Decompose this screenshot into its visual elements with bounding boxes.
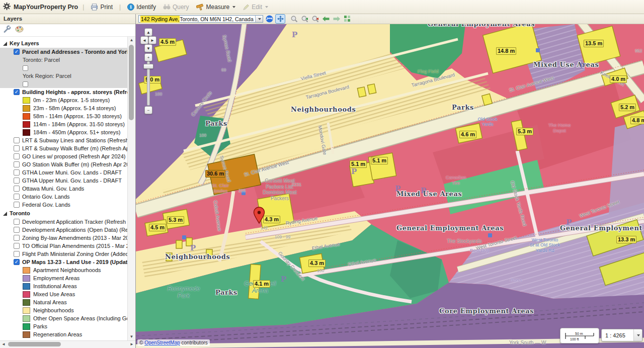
layer-checkbox[interactable] (14, 186, 20, 192)
chevron-down-icon (637, 334, 640, 336)
layer-item-to-official-plan-amendments-2015[interactable]: TO Official Plan Amendments (2015 - Mar … (0, 242, 128, 250)
legend-swatch (23, 299, 30, 306)
layer-checkbox[interactable] (14, 169, 20, 176)
legend-label: Parks (33, 322, 47, 330)
scale-ratio-dropdown[interactable]: 1 : 4265 (601, 329, 642, 341)
layer-checkbox[interactable] (14, 178, 20, 184)
layer-item-gtha-lower-muni-gov-lands-draft[interactable]: GTHA Lower Muni. Gov. Lands - DRAFT (0, 168, 128, 177)
sublayer-checkbox[interactable] (23, 65, 28, 71)
magnifier-icon (291, 16, 298, 23)
layer-checkbox[interactable]: ✓ (14, 259, 20, 265)
layer-item-lrt-subway-lines-and-stations-re[interactable]: LRT & Subway Lines and Stations (Refresh… (0, 136, 128, 144)
layer-item-ontario-gov-lands[interactable]: Ontario Gov. Lands (0, 193, 128, 201)
layer-checkbox[interactable] (14, 202, 20, 208)
sublayer-checkbox[interactable] (23, 81, 28, 87)
layer-checkbox[interactable] (14, 251, 20, 257)
layer-item-federal-gov-lands[interactable]: Federal Gov. Lands (0, 201, 128, 209)
zoom-in-button[interactable]: + (144, 53, 152, 61)
group-label: Key Layers (10, 39, 39, 47)
vertical-scrollbar[interactable]: ▲ ▼ (127, 37, 135, 340)
layer-item-ottawa-muni-gov-lands[interactable]: Ottawa Muni. Gov. Lands (0, 185, 128, 193)
edit-button[interactable]: Edit (240, 3, 270, 12)
symbology-palette-icon[interactable] (15, 26, 24, 35)
scale-dropdown-arrow[interactable] (633, 329, 642, 341)
pan-left-button[interactable]: ◄ (140, 36, 148, 44)
layer-item-go-station-walk-buffer-m-refresh[interactable]: GO Station Walk Buffer (m) (Refresh Apr … (0, 160, 128, 168)
pan-tool-button[interactable] (275, 14, 285, 24)
pencil-icon (243, 4, 250, 11)
layer-checkbox[interactable]: ✓ (14, 89, 20, 95)
address-input[interactable]: 142 Ryding Ave, Toronto, ON M6N 1H2, Can… (138, 15, 263, 23)
layer-item-parcel-and-addresses-toronto-and[interactable]: ✓Parcel and Addresses - Toronto and York… (0, 48, 128, 56)
layer-tree: Key Layers✓Parcel and Addresses - Toront… (0, 37, 128, 340)
expand-triangle-icon[interactable] (3, 212, 7, 216)
layer-checkbox[interactable] (14, 235, 20, 241)
printer-icon (91, 4, 98, 11)
zoom-out-selection-button[interactable] (311, 15, 320, 23)
layer-item-development-applications-open-da[interactable]: Development Applications (Open Data) (Re… (0, 226, 128, 234)
zoom-out-button[interactable]: − (144, 106, 152, 114)
pan-up-button[interactable]: ▲ (144, 28, 152, 36)
full-extent-button[interactable] (343, 15, 352, 23)
layer-item-development-application-tracker-[interactable]: Development Application Tracker (Refresh… (0, 218, 128, 226)
expand-triangle-icon[interactable] (3, 42, 7, 46)
location-marker-pin[interactable] (253, 206, 265, 224)
layer-checkbox[interactable] (14, 227, 20, 233)
scroll-right-arrow[interactable]: ► (128, 341, 135, 348)
address-dropdown-button[interactable] (255, 16, 263, 22)
layer-checkbox[interactable] (14, 161, 20, 167)
legend-swatch (23, 331, 30, 338)
measure-dropdown-caret (232, 6, 235, 8)
zoom-slider-thumb[interactable] (143, 64, 153, 69)
zoom-in-selection-button[interactable] (300, 15, 309, 23)
horizontal-scroll-thumb[interactable] (8, 342, 61, 346)
layer-item-lrt-subway-walk-buffer-m-refresh[interactable]: LRT & Subway Walk Buffer (m) (Refresh Ap… (0, 144, 128, 152)
layer-item-go-lines-w-proposed-refresh-apr-[interactable]: GO Lines w/ proposed (Refresh Apr 2024) (0, 152, 128, 160)
scroll-up-arrow[interactable]: ▲ (128, 37, 135, 44)
legend-label: 23m - 58m (Approx. 5-14 storeys) (33, 104, 116, 112)
map-canvas[interactable]: NeighbourhoodsNeighbourhoodsParksParksPa… (136, 24, 644, 348)
layer-group-toronto[interactable]: Toronto (0, 209, 128, 218)
layer-tree-container: Key Layers✓Parcel and Addresses - Toront… (0, 37, 135, 340)
horizontal-scrollbar[interactable]: ◄ ► (0, 340, 135, 348)
pan-down-button[interactable]: ▼ (144, 44, 152, 52)
print-button[interactable]: Print (89, 3, 115, 12)
scale-bar: 50 m 100 ft (560, 328, 599, 343)
zoom-tool-button[interactable] (290, 15, 299, 23)
google-earth-button[interactable] (265, 15, 274, 23)
scroll-left-arrow[interactable]: ◄ (0, 341, 7, 348)
layer-item-flight-path-ministerial-zoning-o[interactable]: Flight Path Ministerial Zoning Order (Ad… (0, 250, 128, 258)
legend-apartment-neighbourhoods: Apartment Neighbourhoods (0, 266, 128, 274)
layer-checkbox[interactable]: ✓ (14, 49, 20, 55)
layer-label: OP Maps 13-23 - Land Use - 2019 (Updated… (22, 258, 128, 266)
identify-button[interactable]: i Identify (125, 3, 158, 12)
scroll-down-arrow[interactable]: ▼ (128, 333, 135, 340)
vertical-scroll-thumb[interactable] (129, 45, 134, 120)
layer-item-building-heights-approx-storeys-[interactable]: ✓Building Heights - approx. storeys (Ref… (0, 88, 128, 96)
layer-checkbox[interactable] (14, 153, 20, 159)
layer-checkbox[interactable] (14, 145, 20, 151)
query-button[interactable]: Query (161, 3, 191, 12)
layer-checkbox[interactable] (14, 219, 20, 225)
layer-item-zoning-by-law-amendments-2013-ma[interactable]: Zoning By-law Amendments (2013 - Mar 202… (0, 234, 128, 242)
layer-group-key-layers[interactable]: Key Layers (0, 39, 128, 48)
edit-label: Edit (252, 4, 262, 11)
identify-label: Identify (136, 4, 156, 11)
layer-settings-wrench-icon[interactable] (3, 25, 11, 35)
map-toolbar: 142 Ryding Ave, Toronto, ON M6N 1H2, Can… (136, 14, 644, 24)
layer-label: GTHA Upper Muni. Gov. Lands - DRAFT (22, 177, 122, 185)
layer-checkbox[interactable] (14, 194, 20, 200)
layer-checkbox[interactable] (14, 243, 20, 249)
layer-checkbox[interactable] (14, 137, 20, 143)
legend-swatch (23, 275, 30, 282)
previous-extent-button[interactable] (321, 15, 331, 23)
app-window: MapYourProperty Pro | Print | i Identify… (0, 0, 644, 348)
measure-button[interactable]: Measure (194, 3, 238, 12)
pan-right-button[interactable]: ► (148, 36, 156, 44)
next-extent-button[interactable] (332, 15, 341, 23)
layer-item-op-maps-13-23-land-use-2019-upda[interactable]: ✓OP Maps 13-23 - Land Use - 2019 (Update… (0, 258, 128, 266)
legend-label: 184m - 450m (Approx. 51+ storeys) (33, 128, 120, 136)
layer-item-gtha-upper-muni-gov-lands-draft[interactable]: GTHA Upper Muni. Gov. Lands - DRAFT (0, 177, 128, 185)
legend-label: Other Open Space Areas (Including Golf C… (33, 314, 128, 322)
openstreetmap-link[interactable]: OpenStreetMap (144, 340, 180, 345)
